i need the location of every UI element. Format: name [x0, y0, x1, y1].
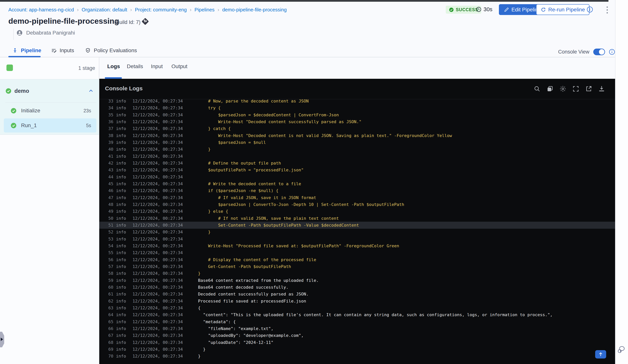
execution-info-icon[interactable] [587, 6, 593, 13]
log-line-number: 50 [99, 215, 113, 222]
breadcrumb-item[interactable]: demo-pipeline-file-processing [222, 7, 287, 13]
log-row[interactable]: 34 info 12/12/2024, 00:27:34 try { [99, 104, 615, 111]
log-row[interactable]: 64 info 12/12/2024, 00:27:34 "content": … [99, 311, 615, 318]
breadcrumb-item[interactable]: Organization: default [82, 7, 135, 13]
log-timestamp: 12/12/2024, 00:27:34 [133, 291, 183, 297]
scroll-to-top-button[interactable] [595, 350, 606, 359]
log-row[interactable]: 60 info 12/12/2024, 00:27:34 Base64 cont… [99, 284, 615, 291]
stage-row-demo[interactable]: demo [0, 85, 99, 97]
tab-output[interactable]: Output [171, 63, 187, 70]
log-timestamp: 12/12/2024, 00:27:34 [133, 132, 183, 139]
step-details-panel: Logs Details Input Output Console Logs [99, 57, 615, 364]
log-row[interactable]: 46 info 12/12/2024, 00:27:34 if ($parsed… [99, 187, 615, 194]
log-row[interactable]: 53 info 12/12/2024, 00:27:34 [99, 235, 615, 242]
fullscreen-icon[interactable] [572, 85, 579, 92]
log-row[interactable]: 63 info 12/12/2024, 00:27:34 { [99, 304, 615, 311]
step-detail-tabs: Logs Details Input Output [99, 57, 615, 79]
log-row[interactable]: 44 info 12/12/2024, 00:27:34 [99, 173, 615, 180]
log-row[interactable]: 36 info 12/12/2024, 00:27:34 Write-Host … [99, 118, 615, 125]
log-row[interactable]: 51 info 12/12/2024, 00:27:34 Set-Content… [99, 222, 615, 229]
console-view-info-icon[interactable] [609, 49, 615, 55]
log-row[interactable]: 52 info 12/12/2024, 00:27:34 } [99, 228, 615, 235]
step-row[interactable]: Initialize 23s [4, 105, 96, 117]
log-timestamp: 12/12/2024, 00:27:34 [133, 201, 183, 208]
left-panel-expander[interactable] [0, 332, 4, 347]
tab-policy-evaluations[interactable]: Policy Evaluations [85, 47, 137, 54]
trigger-info-divider [13, 28, 14, 40]
tab-inputs[interactable]: Inputs [51, 47, 74, 54]
settings-gear-icon[interactable] [559, 85, 566, 92]
open-in-new-icon[interactable] [585, 85, 592, 92]
log-level: info [116, 297, 126, 305]
tab-input[interactable]: Input [151, 63, 163, 70]
log-line-number: 44 [99, 173, 113, 180]
breadcrumb-item[interactable]: Project: community-eng [135, 7, 195, 13]
log-row[interactable]: 69 info 12/12/2024, 00:27:34 } [99, 346, 615, 353]
log-row[interactable]: 56 info 12/12/2024, 00:27:34 # Display t… [99, 256, 615, 263]
chevron-up-icon[interactable] [88, 88, 94, 94]
log-row[interactable]: 41 info 12/12/2024, 00:27:34 [99, 153, 615, 160]
log-message: } else { [198, 208, 228, 215]
log-timestamp: 12/12/2024, 00:27:34 [133, 325, 183, 332]
log-line-number: 65 [99, 318, 113, 325]
log-row[interactable]: 45 info 12/12/2024, 00:27:34 # Write the… [99, 180, 615, 187]
log-row[interactable]: 65 info 12/12/2024, 00:27:34 "metadata":… [99, 318, 615, 325]
log-row[interactable]: 57 info 12/12/2024, 00:27:34 Get-Content… [99, 263, 615, 270]
copy-icon[interactable] [546, 85, 553, 92]
log-row[interactable]: 40 info 12/12/2024, 00:27:34 } [99, 146, 615, 153]
log-level: info [116, 222, 126, 229]
log-timestamp: 12/12/2024, 00:27:34 [133, 125, 183, 132]
log-timestamp: 12/12/2024, 00:27:34 [133, 304, 183, 311]
log-timestamp: 12/12/2024, 00:27:34 [133, 118, 183, 125]
log-row[interactable]: 58 info 12/12/2024, 00:27:34 } [99, 270, 615, 277]
log-row[interactable]: 66 info 12/12/2024, 00:27:34 "fileName":… [99, 325, 615, 332]
log-row[interactable]: 35 info 12/12/2024, 00:27:34 $parsedJson… [99, 111, 615, 118]
log-row[interactable]: 55 info 12/12/2024, 00:27:34 [99, 249, 615, 256]
tab-pipeline-label: Pipeline [21, 47, 41, 54]
log-row[interactable]: 47 info 12/12/2024, 00:27:34 # If valid … [99, 194, 615, 201]
log-row[interactable]: 68 info 12/12/2024, 00:27:34 "uploadDate… [99, 339, 615, 346]
breadcrumb: Account: app-harness-ng-cicdOrganization… [8, 7, 287, 13]
author-name: Debabrata Panigrahi [26, 30, 75, 36]
log-row[interactable]: 67 info 12/12/2024, 00:27:34 "uploadedBy… [99, 332, 615, 339]
search-icon[interactable] [534, 85, 541, 92]
log-level: info [116, 180, 126, 187]
log-line-number: 43 [99, 166, 113, 173]
console-header: Console Logs [99, 79, 615, 99]
log-row[interactable]: 59 info 12/12/2024, 00:27:34 Base64 cont… [99, 277, 615, 284]
console-view-toggle[interactable] [593, 49, 605, 55]
download-icon[interactable] [598, 85, 605, 92]
step-row[interactable]: Run_1 5s [4, 118, 96, 133]
log-row[interactable]: 42 info 12/12/2024, 00:27:34 # Define th… [99, 160, 615, 167]
log-line-number: 47 [99, 194, 113, 201]
log-row[interactable]: 48 info 12/12/2024, 00:27:34 $parsedJson… [99, 201, 615, 208]
tab-pipeline[interactable]: Pipeline [12, 47, 41, 54]
rerun-pipeline-button[interactable]: Re-run Pipeline [536, 4, 589, 15]
tab-logs[interactable]: Logs [107, 63, 120, 70]
log-row[interactable]: 61 info 12/12/2024, 00:27:34 Decoded con… [99, 291, 615, 297]
log-row[interactable]: 43 info 12/12/2024, 00:27:34 $outputFile… [99, 166, 615, 173]
log-row[interactable]: 70 info 12/12/2024, 00:27:34 } [99, 353, 615, 360]
log-row[interactable]: 62 info 12/12/2024, 00:27:34 Processed f… [99, 297, 615, 305]
log-timestamp: 12/12/2024, 00:27:34 [133, 194, 183, 201]
log-row[interactable]: 49 info 12/12/2024, 00:27:34 } else { [99, 208, 615, 215]
step-label: Run_1 [21, 122, 37, 129]
breadcrumb-item[interactable]: Pipelines [194, 7, 222, 13]
tab-details[interactable]: Details [127, 63, 143, 70]
chat-bubbles-icon[interactable] [617, 346, 626, 353]
log-level: info [116, 332, 126, 339]
breadcrumb-item[interactable]: Account: app-harness-ng-cicd [8, 7, 82, 13]
log-row[interactable]: 37 info 12/12/2024, 00:27:34 } catch { [99, 125, 615, 132]
more-options-menu-icon[interactable] [603, 5, 611, 14]
log-row[interactable]: 54 info 12/12/2024, 00:27:34 Write-Host … [99, 242, 615, 249]
step-check-circle-icon [11, 108, 16, 114]
log-timestamp: 12/12/2024, 00:27:34 [133, 222, 183, 229]
log-row[interactable]: 38 info 12/12/2024, 00:27:34 Write-Host … [99, 132, 615, 139]
log-row[interactable]: 50 info 12/12/2024, 00:27:34 # If not va… [99, 215, 615, 222]
log-row[interactable]: 39 info 12/12/2024, 00:27:34 $parsedJson… [99, 139, 615, 146]
log-line-number: 40 [99, 146, 113, 153]
harness-pipeline-execution-page: Account: app-harness-ng-cicdOrganization… [0, 0, 628, 364]
log-line-number: 52 [99, 228, 113, 235]
rerun-pipeline-label: Re-run Pipeline [548, 7, 585, 13]
log-line-number: 58 [99, 270, 113, 277]
